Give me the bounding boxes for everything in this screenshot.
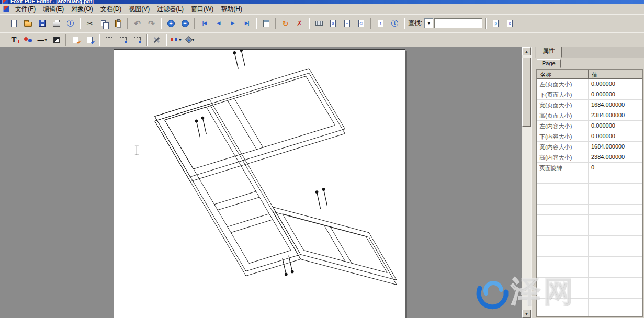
edit-object-button[interactable] [69, 33, 83, 47]
stroke-color-button[interactable]: ▾ [169, 33, 183, 47]
new-document-button[interactable] [7, 17, 21, 30]
property-row[interactable]: 左(内容大小)0.000000 [537, 121, 642, 131]
property-row[interactable]: 宽(页面大小)1684.000000 [537, 100, 642, 110]
toolbar-separator [161, 18, 162, 29]
options-button[interactable] [150, 33, 164, 47]
menu-item[interactable]: 过滤器(L) [153, 4, 187, 15]
color-tool-button[interactable] [21, 33, 35, 47]
property-value[interactable]: 0.000000 [589, 131, 642, 141]
properties-tab[interactable]: 属性 [536, 47, 562, 58]
import-text-button[interactable]: t [374, 17, 388, 30]
page-links-button[interactable]: s [503, 17, 517, 30]
toolbar-separator [404, 18, 405, 29]
property-value[interactable]: 1684.000000 [589, 142, 642, 152]
page-stream-button[interactable]: ≡ [340, 17, 354, 30]
previous-page-button[interactable]: ◀ [211, 17, 225, 30]
vertical-scrollbar[interactable]: ▲ ▼ [522, 47, 531, 318]
page-properties-icon: p [493, 20, 499, 27]
toolbar-grip[interactable] [3, 18, 4, 29]
fill-color-button[interactable]: ▾ [183, 33, 197, 47]
cut-button[interactable]: ✂ [83, 17, 97, 30]
property-value [589, 225, 642, 235]
property-value[interactable]: 2384.000000 [589, 110, 642, 120]
property-row[interactable]: 下(页面大小)0.000000 [537, 89, 642, 100]
find-input[interactable] [434, 18, 482, 28]
text-view-button[interactable]: a [326, 17, 340, 30]
property-row [537, 236, 642, 246]
column-header-name[interactable]: 名称 [537, 70, 589, 79]
undo-button[interactable]: ↶ [130, 17, 144, 30]
save-button[interactable] [35, 17, 49, 30]
find-history-dropdown[interactable]: ▾ [424, 18, 433, 28]
property-value[interactable]: 0 [589, 163, 642, 173]
first-page-button[interactable]: |◀ [197, 17, 211, 30]
last-page-button[interactable]: ▶| [240, 17, 254, 30]
menu-item[interactable]: 编辑(E) [39, 4, 67, 15]
delete-page-button[interactable]: ✗ [292, 17, 307, 30]
property-name [537, 299, 589, 309]
zoom-out-button[interactable]: − [178, 17, 192, 30]
print-icon [53, 22, 60, 27]
property-row[interactable]: 页面旋转0 [537, 163, 642, 173]
scroll-up-button[interactable]: ▲ [522, 47, 531, 55]
property-name [537, 246, 589, 256]
page-resources-button[interactable]: ◇ [354, 17, 368, 30]
page-properties-button[interactable]: p [489, 17, 503, 30]
menu-item[interactable]: 文件(F) [12, 4, 39, 15]
about-button[interactable]: t [388, 17, 402, 30]
open-button[interactable] [21, 17, 35, 30]
edit-text-button[interactable] [83, 33, 97, 47]
property-row[interactable]: 高(内容大小)2384.000000 [537, 152, 642, 163]
dropdown-arrow-icon[interactable]: ▾ [44, 38, 47, 42]
menu-item[interactable]: 视图(V) [125, 4, 153, 15]
text-tool-button[interactable]: T [7, 33, 21, 47]
menu-item[interactable]: 对象(O) [67, 4, 96, 15]
property-row[interactable]: 宽(内容大小)1684.000000 [537, 142, 642, 152]
toolbar-separator [275, 18, 276, 29]
property-value[interactable]: 1684.000000 [589, 100, 642, 110]
fill-style-button[interactable] [49, 33, 63, 47]
toolbar-grip[interactable] [3, 34, 4, 46]
scroll-down-button[interactable]: ▼ [522, 310, 531, 318]
zoom-in-button[interactable]: + [164, 17, 178, 30]
copy-button[interactable] [97, 17, 111, 30]
menu-item[interactable]: 文档(D) [97, 4, 126, 15]
line-style-button[interactable]: —▾ [35, 33, 49, 47]
menu-item[interactable]: 帮助(H) [217, 4, 246, 15]
property-value[interactable]: 0.000000 [589, 89, 642, 99]
property-row [537, 309, 642, 317]
toolbar-separator [65, 34, 66, 46]
property-value[interactable]: 0.000000 [589, 79, 642, 89]
print-button[interactable] [49, 17, 63, 30]
paste-button[interactable] [111, 17, 125, 30]
next-page-button[interactable]: ▶ [225, 17, 240, 30]
property-value[interactable]: 2384.000000 [589, 152, 642, 162]
property-name: 宽(页面大小) [537, 100, 589, 110]
rotate-page-button[interactable]: ↻ [278, 17, 292, 30]
transform-button[interactable] [130, 33, 144, 47]
new-document-icon [11, 20, 17, 27]
select-area-button[interactable] [102, 33, 116, 47]
property-row[interactable]: 下(内容大小)0.000000 [537, 131, 642, 142]
column-header-value[interactable]: 值 [589, 70, 642, 79]
panel-splitter[interactable] [531, 47, 535, 318]
page-thumbnails-button[interactable] [259, 17, 273, 30]
property-value [589, 184, 642, 194]
document-canvas[interactable] [0, 47, 522, 318]
hex-view-button[interactable] [312, 17, 326, 30]
tab-page[interactable]: Page [537, 59, 561, 68]
document-info-button[interactable]: i [63, 17, 77, 30]
pdf-page[interactable] [114, 49, 405, 318]
snapshot-button[interactable] [116, 33, 130, 47]
property-value[interactable]: 0.000000 [589, 121, 642, 131]
property-row[interactable]: 高(页面大小)2384.000000 [537, 110, 642, 121]
workspace: ▲ ▼ 属性 Page 名称 值 左(页面大小)0.000000下(页面大小)0… [0, 47, 644, 318]
property-row[interactable]: 左(页面大小)0.000000 [537, 79, 642, 89]
menu-bar: 文件(F)编辑(E)对象(O)文档(D)视图(V)过滤器(L)窗口(W)帮助(H… [0, 4, 644, 14]
redo-button[interactable]: ↷ [144, 17, 159, 30]
dropdown-arrow-icon[interactable]: ▾ [179, 38, 181, 42]
menu-item[interactable]: 窗口(W) [187, 4, 217, 15]
snapshot-icon [120, 37, 127, 42]
property-row [537, 299, 642, 309]
scrollbar-thumb[interactable] [522, 58, 531, 127]
